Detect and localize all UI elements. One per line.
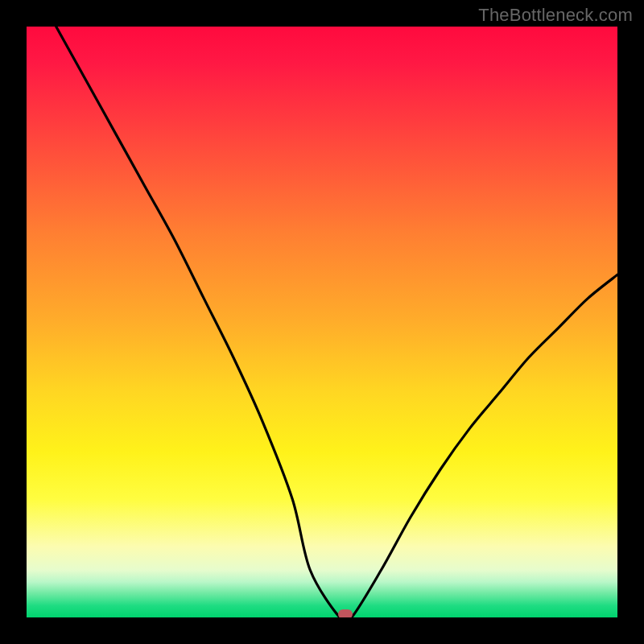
bottleneck-curve (27, 27, 617, 617)
watermark-text: TheBottleneck.com (478, 5, 633, 26)
curve-path (56, 27, 617, 617)
plot-area (27, 27, 617, 617)
chart-frame: TheBottleneck.com (0, 0, 644, 644)
optimal-point-marker (338, 609, 353, 617)
